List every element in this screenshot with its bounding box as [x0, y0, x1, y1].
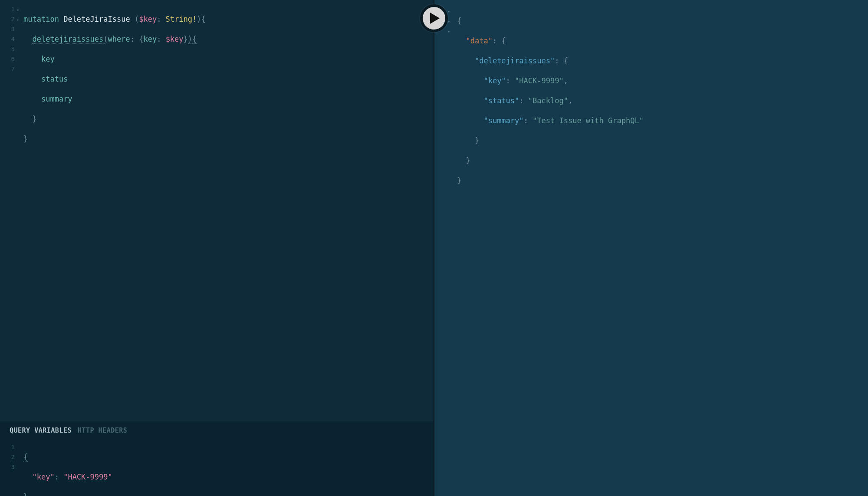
fold-arrow-icon[interactable]: ▾	[448, 7, 450, 17]
line-number: 6	[11, 56, 15, 62]
line-number: 1	[11, 6, 15, 13]
fold-arrow-icon[interactable]: ▾	[448, 27, 450, 37]
line-number: 1	[11, 443, 15, 450]
query-pane: 1▾ 2▾ 3 4 5 6 7 mutation DeleteJiraIssue…	[0, 0, 434, 496]
graphql-playground: 1▾ 2▾ 3 4 5 6 7 mutation DeleteJiraIssue…	[0, 0, 868, 496]
play-icon	[430, 13, 440, 24]
line-number: 3	[11, 26, 15, 33]
field-summary-label: "summary"	[483, 116, 523, 125]
field-key-label: "key"	[483, 76, 506, 85]
variables-tabs: QUERY VARIABLES HTTP HEADERS	[0, 421, 434, 440]
fold-arrow-icon[interactable]: ▾	[17, 15, 19, 25]
query-code[interactable]: mutation DeleteJiraIssue ($key: String!)…	[16, 0, 206, 421]
tab-query-variables[interactable]: QUERY VARIABLES	[10, 427, 72, 434]
field-key: key	[41, 55, 55, 63]
query-editor[interactable]: 1▾ 2▾ 3 4 5 6 7 mutation DeleteJiraIssue…	[0, 0, 434, 421]
line-number: 7	[11, 66, 15, 72]
result-data-key: "data"	[466, 36, 492, 45]
variables-editor[interactable]: 1 2 3 { "key": "HACK-9999" }	[0, 440, 434, 496]
result-resolver-key: "deletejiraissues"	[475, 56, 555, 65]
result-gutter: ▾ ▾ ▾	[434, 4, 454, 206]
operation-name: DeleteJiraIssue	[63, 15, 130, 23]
line-gutter: 1▾ 2▾ 3 4 5 6 7	[0, 0, 16, 421]
field-summary-value: "Test Issue with GraphQL"	[533, 116, 644, 125]
field-summary: summary	[41, 95, 72, 103]
result-pane: ▾ ▾ ▾ { "data": { "deletejiraissues": { …	[434, 0, 868, 496]
var-key-value: "HACK-9999"	[63, 473, 112, 481]
field-status-value: "Backlog"	[528, 96, 568, 105]
variables-code[interactable]: { "key": "HACK-9999" }	[16, 440, 112, 496]
fold-arrow-icon[interactable]: ▾	[17, 5, 19, 15]
arg-var: $key	[166, 35, 184, 43]
result-json: { "data": { "deletejiraissues": { "key":…	[454, 4, 644, 206]
arg-key: key	[143, 35, 157, 43]
resolver-name: deletejiraissues	[32, 35, 103, 44]
field-status: status	[41, 75, 68, 83]
line-number: 3	[11, 463, 15, 470]
field-key-value: "HACK-9999"	[515, 76, 564, 85]
variable-name: $key	[139, 15, 157, 23]
execute-button[interactable]	[420, 4, 448, 32]
fold-arrow-icon[interactable]: ▾	[448, 17, 450, 27]
arg-where: where	[108, 35, 130, 43]
tab-http-headers[interactable]: HTTP HEADERS	[78, 427, 127, 434]
line-number: 2	[11, 16, 15, 23]
line-number: 5	[11, 46, 15, 53]
field-status-label: "status"	[483, 96, 519, 105]
var-key-label: "key"	[32, 473, 54, 481]
keyword-mutation: mutation	[23, 15, 59, 23]
line-number: 2	[11, 453, 15, 460]
non-null-bang: !	[192, 15, 197, 23]
variables-gutter: 1 2 3	[0, 440, 16, 496]
type-string: String	[166, 15, 192, 23]
line-number: 4	[11, 36, 15, 43]
result-viewer[interactable]: ▾ ▾ ▾ { "data": { "deletejiraissues": { …	[434, 0, 868, 206]
